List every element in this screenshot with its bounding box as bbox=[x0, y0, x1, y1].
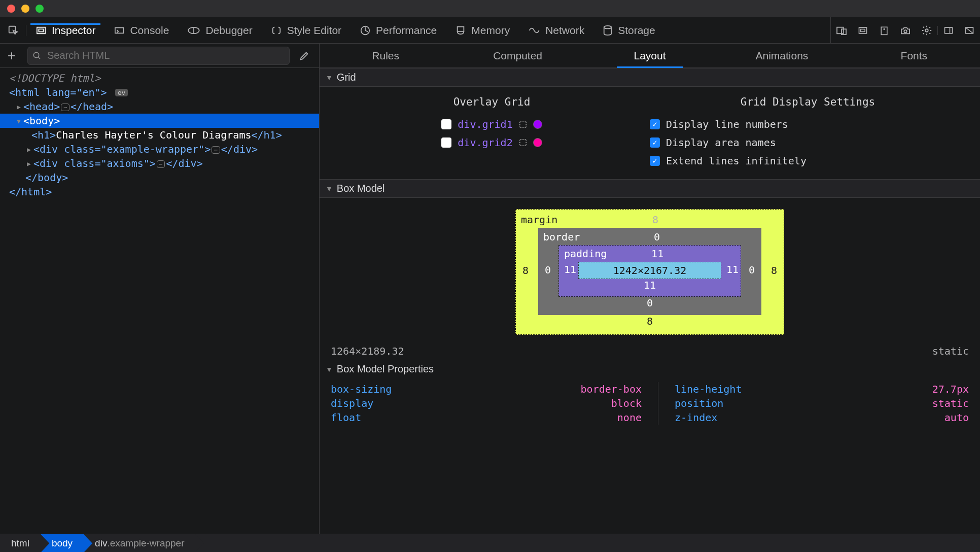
panel-tab-memory[interactable]: Memory bbox=[446, 24, 519, 37]
border-top-value[interactable]: 0 bbox=[580, 231, 734, 243]
main-area: + <!DOCTYPE html> <html lang="en"> ev ▸<… bbox=[0, 44, 980, 534]
html-open[interactable]: <html lang="en"> ev bbox=[0, 85, 319, 99]
h1-line[interactable]: <h1>Charles Hayter's Colour Diagrams</h1… bbox=[0, 128, 319, 142]
prop-value: 27.7px bbox=[932, 383, 969, 395]
svg-rect-24 bbox=[519, 140, 526, 146]
prop-key: z-index bbox=[675, 411, 717, 424]
div-example-wrapper[interactable]: ▸<div class="example-wrapper">⋯</div> bbox=[0, 142, 319, 156]
svg-rect-1 bbox=[37, 27, 45, 33]
close-devtools-icon[interactable] bbox=[959, 26, 980, 35]
grid-selector[interactable]: div.grid1 bbox=[458, 118, 512, 130]
box-prop-row: floatnone bbox=[331, 410, 642, 425]
screenshot-icon[interactable] bbox=[895, 26, 916, 35]
edit-html-button[interactable] bbox=[299, 50, 314, 61]
expand-icon[interactable]: ▸ bbox=[15, 100, 22, 113]
tab-icon bbox=[603, 25, 613, 36]
border-bottom-value[interactable]: 0 bbox=[543, 297, 756, 309]
panel-tab-performance[interactable]: Performance bbox=[351, 24, 446, 37]
grid-overlay-item: div.grid1 bbox=[334, 115, 650, 133]
sidebar-tab-computed[interactable]: Computed bbox=[451, 44, 583, 67]
margin-top-value[interactable]: 8 bbox=[557, 214, 753, 226]
ellipsis-icon[interactable]: ⋯ bbox=[157, 160, 165, 168]
margin-right-value[interactable]: 8 bbox=[769, 264, 779, 277]
photo-unknown-icon[interactable] bbox=[873, 25, 895, 36]
border-right-value[interactable]: 0 bbox=[747, 264, 756, 276]
tab-icon bbox=[271, 25, 282, 36]
setting-checkbox[interactable]: ✓ bbox=[650, 156, 660, 166]
ev-badge[interactable]: ev bbox=[115, 89, 128, 96]
collapse-icon[interactable]: ▾ bbox=[15, 115, 22, 127]
bm-margin[interactable]: margin8 8 border0 0 padding11 11 1242×21… bbox=[515, 209, 784, 335]
chevron-down-icon: ▼ bbox=[326, 185, 333, 193]
ellipsis-icon[interactable]: ⋯ bbox=[212, 146, 220, 154]
panel-tab-storage[interactable]: Storage bbox=[593, 24, 664, 37]
iframe-picker-icon[interactable] bbox=[852, 26, 873, 35]
doctype-line[interactable]: <!DOCTYPE html> bbox=[0, 71, 319, 85]
html-tree[interactable]: <!DOCTYPE html> <html lang="en"> ev ▸<he… bbox=[0, 68, 319, 202]
grid-highlight-icon[interactable] bbox=[519, 120, 527, 128]
margin-left-value[interactable]: 8 bbox=[521, 264, 530, 277]
svg-rect-3 bbox=[115, 27, 123, 33]
box-prop-row: positionstatic bbox=[675, 396, 969, 410]
div-axioms[interactable]: ▸<div class="axioms">⋯</div> bbox=[0, 156, 319, 170]
sidebar-tab-fonts[interactable]: Fonts bbox=[848, 44, 980, 67]
element-picker-button[interactable] bbox=[0, 25, 26, 36]
prop-value: auto bbox=[944, 411, 969, 424]
ellipsis-icon[interactable]: ⋯ bbox=[61, 104, 69, 111]
breadcrumb-item[interactable]: html bbox=[0, 534, 41, 552]
responsive-design-icon[interactable] bbox=[831, 26, 852, 35]
boxprops-section-header[interactable]: ▼Box Model Properties bbox=[320, 360, 980, 378]
maximize-window-button[interactable] bbox=[36, 5, 44, 13]
sidebar-tab-animations[interactable]: Animations bbox=[716, 44, 848, 67]
dock-side-icon[interactable] bbox=[937, 26, 959, 35]
sidebar-tabs: RulesComputedLayoutAnimationsFonts bbox=[320, 44, 980, 68]
bm-border[interactable]: border0 0 padding11 11 1242×2167.32 11 bbox=[538, 228, 761, 315]
panel-tab-console[interactable]: Console bbox=[104, 24, 178, 37]
padding-left-value[interactable]: 11 bbox=[564, 263, 573, 275]
prop-value: none bbox=[617, 411, 642, 424]
panel-tab-network[interactable]: Network bbox=[519, 24, 593, 37]
svg-line-20 bbox=[966, 27, 973, 33]
panel-tab-inspector[interactable]: Inspector bbox=[26, 24, 104, 37]
grid-checkbox[interactable] bbox=[441, 137, 451, 148]
grid-highlight-icon[interactable] bbox=[519, 139, 527, 147]
search-input[interactable] bbox=[27, 47, 290, 65]
boxmodel-section-header[interactable]: ▼Box Model bbox=[320, 179, 980, 198]
section-title: Box Model Properties bbox=[337, 363, 434, 375]
setting-checkbox[interactable]: ✓ bbox=[650, 137, 660, 148]
add-node-button[interactable]: + bbox=[5, 48, 18, 64]
sidebar-tab-layout[interactable]: Layout bbox=[584, 44, 716, 67]
settings-gear-icon[interactable] bbox=[916, 25, 937, 36]
close-window-button[interactable] bbox=[7, 5, 15, 13]
minimize-window-button[interactable] bbox=[21, 5, 29, 13]
margin-bottom-value[interactable]: 8 bbox=[521, 315, 779, 327]
padding-bottom-value[interactable]: 11 bbox=[564, 279, 736, 291]
color-swatch[interactable] bbox=[533, 120, 542, 129]
border-left-value[interactable]: 0 bbox=[543, 264, 552, 276]
head-line[interactable]: ▸<head>⋯</head> bbox=[0, 99, 319, 114]
body-close[interactable]: </body> bbox=[0, 170, 319, 185]
bm-padding[interactable]: padding11 11 1242×2167.32 11 11 bbox=[558, 245, 741, 297]
prop-key: line-height bbox=[675, 383, 742, 395]
padding-label: padding bbox=[564, 248, 607, 260]
padding-top-value[interactable]: 11 bbox=[607, 248, 708, 260]
setting-label: Extend lines infinitely bbox=[666, 155, 807, 167]
sidebar-tab-rules[interactable]: Rules bbox=[320, 44, 451, 67]
expand-icon[interactable]: ▸ bbox=[25, 157, 32, 169]
body-line-selected[interactable]: ▾<body> bbox=[0, 114, 319, 128]
setting-checkbox[interactable]: ✓ bbox=[650, 119, 660, 129]
expand-icon[interactable]: ▸ bbox=[25, 143, 32, 155]
panel-tab-debugger[interactable]: Debugger bbox=[178, 24, 261, 37]
panel-tab-style-editor[interactable]: Style Editor bbox=[262, 24, 351, 37]
grid-section-header[interactable]: ▼Grid bbox=[320, 68, 980, 87]
svg-rect-23 bbox=[519, 121, 526, 127]
grid-checkbox[interactable] bbox=[441, 119, 451, 129]
padding-right-value[interactable]: 11 bbox=[726, 263, 736, 275]
bm-content[interactable]: 1242×2167.32 bbox=[578, 262, 721, 279]
grid-selector[interactable]: div.grid2 bbox=[458, 136, 512, 149]
breadcrumb-item[interactable]: div.example-wrapper bbox=[84, 534, 195, 552]
color-swatch[interactable] bbox=[533, 138, 542, 147]
tab-label: Memory bbox=[471, 24, 510, 37]
box-prop-row: box-sizingborder-box bbox=[331, 382, 642, 396]
html-close[interactable]: </html> bbox=[0, 185, 319, 199]
